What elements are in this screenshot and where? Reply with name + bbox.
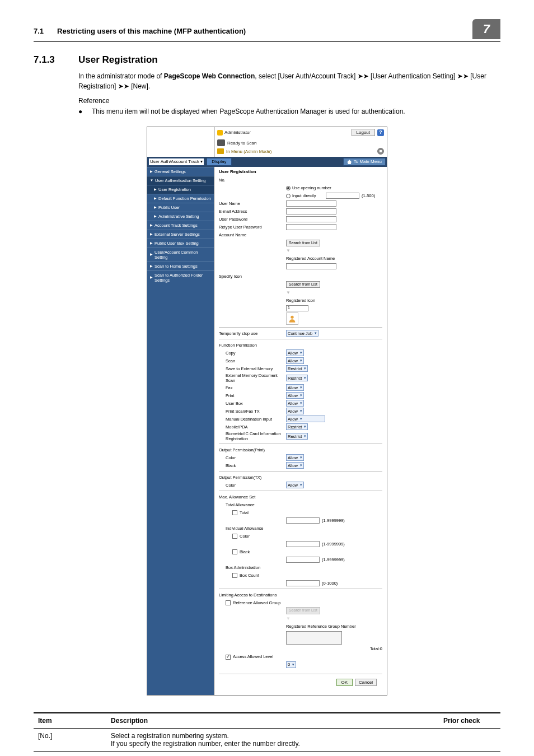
svg-point-0 <box>291 316 293 319</box>
fp-bio-select[interactable]: Restrict <box>286 433 308 440</box>
folder-icon <box>217 148 224 154</box>
description-table: Item Description Prior check [No.] Selec… <box>34 712 500 756</box>
sidebar-item[interactable]: ▶Administrative Setting <box>147 212 214 221</box>
sidebar-item[interactable]: ▶Scan to Authorized Folder Settings <box>147 270 214 284</box>
sidebar-item[interactable]: ▶Scan to Home Settings <box>147 262 214 270</box>
color-check[interactable] <box>232 534 237 539</box>
email-input[interactable] <box>286 208 336 214</box>
panel-title: User Registration <box>219 169 382 175</box>
access-level-select[interactable]: 0 <box>286 661 296 668</box>
page-header: 7.1 Restricting users of this machine (M… <box>34 22 500 42</box>
fp-print-select[interactable]: Allow <box>286 392 304 399</box>
sidebar-item[interactable]: ▶User Registration <box>147 185 214 194</box>
search-list-button-disabled: Search from List <box>286 607 320 614</box>
content-panel: User Registration No. Use opening number… <box>214 167 387 695</box>
sidebar-item[interactable]: ▶Default Function Permission <box>147 194 214 203</box>
sidebar-item[interactable]: ▶Public User <box>147 203 214 212</box>
radio-opening-number[interactable] <box>286 186 291 190</box>
color-input[interactable] <box>286 541 320 547</box>
op-black-select[interactable]: Allow <box>286 462 304 469</box>
printer-icon <box>217 139 225 146</box>
sidebar-item[interactable]: ▶Public User Box Setting <box>147 239 214 248</box>
home-icon <box>347 160 352 164</box>
th-prior: Prior check <box>439 713 500 729</box>
display-button[interactable]: Display <box>207 158 231 166</box>
fp-mdest-select[interactable]: Allow <box>286 416 325 422</box>
fp-ubox-select[interactable]: Allow <box>286 400 304 407</box>
password-input[interactable] <box>286 216 336 222</box>
header-section: 7.1 <box>34 27 44 35</box>
search-list-button[interactable]: Search from List <box>286 240 320 246</box>
gear-icon[interactable] <box>377 148 384 155</box>
cancel-button[interactable]: Cancel <box>355 679 377 687</box>
sidebar: ▶General Settings ▼User Authentication S… <box>147 167 214 695</box>
ref-group-list[interactable] <box>286 631 342 645</box>
sidebar-item[interactable]: ▼User Authentication Setting <box>147 176 214 185</box>
reg-acct-input[interactable] <box>286 263 336 269</box>
radio-input-directly[interactable] <box>286 194 291 198</box>
sidebar-item[interactable]: ▶General Settings <box>147 167 214 176</box>
heading-text: User Registration <box>78 54 158 66</box>
ok-button[interactable]: OK <box>336 679 353 687</box>
embedded-screenshot: Administrator Logout ? Ready to Scan In … <box>147 127 387 696</box>
reference-bullet: ● This menu item will not be displayed w… <box>78 107 500 116</box>
total-check[interactable] <box>232 510 237 515</box>
no-input[interactable] <box>326 193 359 199</box>
otx-color-select[interactable]: Allow <box>286 482 304 488</box>
heading-num: 7.1.3 <box>34 54 78 66</box>
access-level-check[interactable] <box>226 655 231 660</box>
search-list-button[interactable]: Search from List <box>286 281 320 288</box>
table-row: [No.] Select a registration numbering sy… <box>34 729 500 752</box>
section-heading: 7.1.3 User Registration <box>34 54 500 66</box>
sidebar-item[interactable]: ▶External Server Settings <box>147 230 214 239</box>
to-main-menu-button[interactable]: To Main Menu <box>343 158 386 166</box>
intro-paragraph: In the administrator mode of PageScope W… <box>78 71 500 91</box>
boxcount-input[interactable] <box>286 580 320 586</box>
th-desc: Description <box>106 713 439 729</box>
reference-label: Reference <box>78 97 500 105</box>
username-input[interactable] <box>286 200 336 207</box>
header-title: Restricting users of this machine (MFP a… <box>57 27 472 35</box>
refgroup-check[interactable] <box>226 600 231 605</box>
fp-scan-select[interactable]: Allow <box>286 357 304 364</box>
nav-dropdown[interactable]: User Auth/Account Track ▾ <box>148 158 204 166</box>
fp-extscan-select[interactable]: Restrict <box>286 375 308 381</box>
menu-mode-text: In Menu (Admin Mode) <box>226 149 271 155</box>
boxcount-check[interactable] <box>232 573 237 578</box>
admin-icon <box>217 130 223 136</box>
chapter-badge: 7 <box>472 19 500 39</box>
admin-label: Administrator <box>217 130 251 136</box>
sidebar-item[interactable]: ▶User/Account Common Setting <box>147 248 214 262</box>
total-input[interactable] <box>286 517 320 524</box>
table-row: [User Name] Enter a user name (up to 64 … <box>34 752 500 756</box>
temp-stop-select[interactable]: Continue Job <box>286 330 318 337</box>
retype-password-input[interactable] <box>286 224 336 230</box>
fp-copy-select[interactable]: Allow <box>286 349 304 356</box>
black-input[interactable] <box>286 557 320 563</box>
th-item: Item <box>34 713 106 729</box>
logout-button[interactable]: Logout <box>352 129 375 137</box>
op-color-select[interactable]: Allow <box>286 454 304 461</box>
reg-icon-input[interactable]: 1 <box>286 305 308 311</box>
user-icon <box>286 312 298 325</box>
status-text: Ready to Scan <box>227 141 256 146</box>
help-icon[interactable]: ? <box>377 129 384 136</box>
black-check[interactable] <box>232 549 237 554</box>
sidebar-item[interactable]: ▶Account Track Settings <box>147 221 214 230</box>
fp-fax-select[interactable]: Allow <box>286 384 304 391</box>
fp-saveext-select[interactable]: Restrict <box>286 365 308 372</box>
fp-mobile-select[interactable]: Restrict <box>286 423 308 430</box>
fp-psfax-select[interactable]: Allow <box>286 408 304 414</box>
